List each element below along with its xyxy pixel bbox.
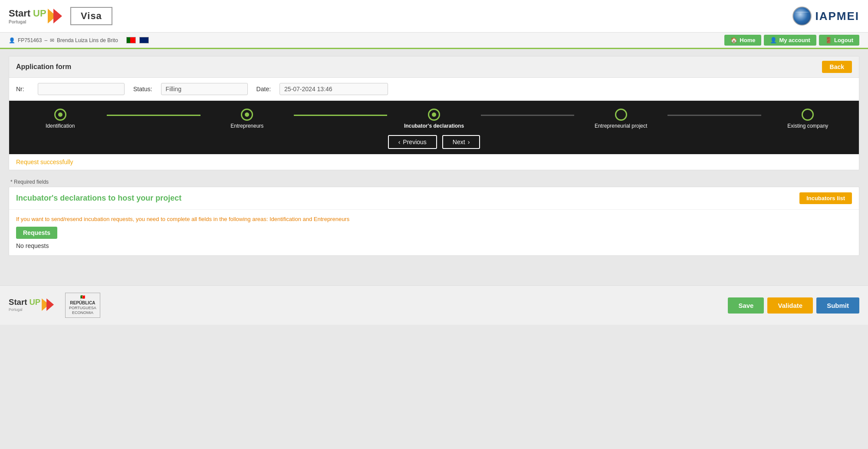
date-label: Date:: [256, 86, 271, 92]
svg-text:Start: Start: [9, 8, 31, 19]
requests-button[interactable]: Requests: [16, 227, 57, 239]
home-button[interactable]: 🏠 Home: [724, 35, 761, 46]
svg-text:UP: UP: [29, 297, 40, 307]
footer-actions: Save Validate Submit: [728, 297, 859, 314]
step-circle-existing: [802, 109, 814, 121]
flag-pt[interactable]: [126, 37, 136, 43]
flag-en[interactable]: [139, 37, 149, 43]
previous-button[interactable]: ‹ Previous: [388, 135, 437, 149]
step-circle-incubators: [428, 109, 440, 121]
date-input[interactable]: [279, 83, 388, 95]
footer-logos: Start UP Portugal 🇵🇹 REPÚBLICA PORTUGUES…: [9, 293, 100, 318]
main-content: Application form Back Nr: Status: Date: …: [0, 49, 868, 268]
success-message: Request successfully: [9, 154, 859, 170]
connector-4: [667, 115, 761, 116]
section-title: Incubator's declarations to host your pr…: [16, 194, 181, 203]
section-body: If you want to send/resend incubation re…: [9, 210, 859, 255]
iapmei-logo: IAPMEI: [792, 7, 859, 26]
logout-button[interactable]: 🚪 Logout: [819, 35, 859, 46]
chevron-right-icon: ›: [468, 139, 470, 145]
step-dot-entrepreneurs: [245, 112, 249, 117]
no-requests-text: No requests: [16, 242, 852, 249]
visa-badge: Visa: [70, 7, 112, 25]
mail-icon: ✉: [50, 37, 54, 43]
step-circle-entrepreneurial: [615, 109, 627, 121]
footer: Start UP Portugal 🇵🇹 REPÚBLICA PORTUGUES…: [0, 285, 868, 325]
connector-1: [107, 115, 200, 116]
account-icon: 👤: [770, 37, 777, 43]
svg-marker-8: [46, 298, 54, 311]
form-fields-row: Nr: Status: Date:: [9, 78, 859, 101]
save-button[interactable]: Save: [728, 297, 764, 314]
svg-text:Portugal: Portugal: [9, 20, 26, 24]
footer-startup-logo: Start UP Portugal: [9, 294, 56, 317]
step-entrepreneurial: Entrepreneurial project: [574, 109, 667, 129]
incubators-section-card: Incubator's declarations to host your pr…: [9, 187, 859, 256]
step-incubators: Incubator's declarations: [387, 109, 480, 129]
chevron-left-icon: ‹: [398, 139, 401, 145]
step-dot-identification: [58, 112, 62, 117]
person-icon: 👤: [9, 37, 15, 43]
step-label-entrepreneurs: Entrepreneurs: [230, 123, 263, 129]
application-form-card: Application form Back Nr: Status: Date: …: [9, 56, 859, 170]
svg-text:Portugal: Portugal: [9, 307, 23, 311]
steps-row: Identification Entrepreneurs Incub: [13, 109, 855, 129]
step-nav-row: ‹ Previous Next ›: [13, 135, 855, 149]
step-dot-incubators: [432, 112, 436, 117]
step-label-incubators: Incubator's declarations: [404, 123, 464, 129]
globe-icon: [792, 7, 812, 26]
subheader: 👤 FP751463 – ✉ Brenda Luiza Lins de Brit…: [0, 33, 868, 49]
step-existing: Existing company: [761, 109, 855, 129]
step-bar: Identification Entrepreneurs Incub: [9, 101, 859, 154]
logo-area: Start UP Portugal Visa: [9, 4, 112, 28]
validate-button[interactable]: Validate: [767, 297, 813, 314]
required-note: * Required fields: [9, 175, 859, 187]
my-account-button[interactable]: 👤 My account: [764, 35, 816, 46]
svg-text:UP: UP: [33, 8, 46, 19]
step-label-identification: Identification: [46, 123, 75, 129]
logout-icon: 🚪: [825, 37, 832, 43]
step-circle-identification: [54, 109, 66, 121]
section-header: Incubator's declarations to host your pr…: [9, 187, 859, 210]
svg-marker-3: [53, 9, 62, 23]
next-button[interactable]: Next ›: [442, 135, 480, 149]
warning-message: If you want to send/resend incubation re…: [16, 216, 852, 222]
user-id: FP751463: [18, 37, 42, 43]
status-label: Status:: [133, 86, 152, 92]
header: Start UP Portugal Visa IAPMEI: [0, 0, 868, 33]
home-icon: 🏠: [730, 37, 737, 43]
republica-box: 🇵🇹 REPÚBLICA PORTUGUESA ECONOMIA: [65, 293, 100, 318]
iapmei-text: IAPMEI: [815, 10, 859, 23]
back-button[interactable]: Back: [822, 61, 852, 73]
submit-button[interactable]: Submit: [816, 297, 859, 314]
connector-2: [294, 115, 387, 116]
step-identification: Identification: [13, 109, 107, 129]
nr-label: Nr:: [16, 86, 29, 92]
step-label-existing: Existing company: [787, 123, 828, 129]
user-name: Brenda Luiza Lins de Brito: [57, 37, 118, 43]
startup-logo: Start UP Portugal: [9, 4, 65, 28]
svg-text:Start: Start: [9, 297, 27, 307]
step-circle-entrepreneurs: [241, 109, 253, 121]
card-title: Application form: [16, 63, 71, 71]
card-header: Application form Back: [9, 56, 859, 78]
nr-input[interactable]: [38, 83, 125, 95]
user-info: 👤 FP751463 – ✉ Brenda Luiza Lins de Brit…: [9, 37, 150, 43]
nav-buttons: 🏠 Home 👤 My account 🚪 Logout: [724, 35, 859, 46]
step-label-entrepreneurial: Entrepreneurial project: [595, 123, 647, 129]
step-entrepreneurs: Entrepreneurs: [201, 109, 294, 129]
incubators-list-button[interactable]: Incubators list: [799, 192, 852, 204]
connector-3: [481, 115, 574, 116]
status-input[interactable]: [161, 83, 248, 95]
